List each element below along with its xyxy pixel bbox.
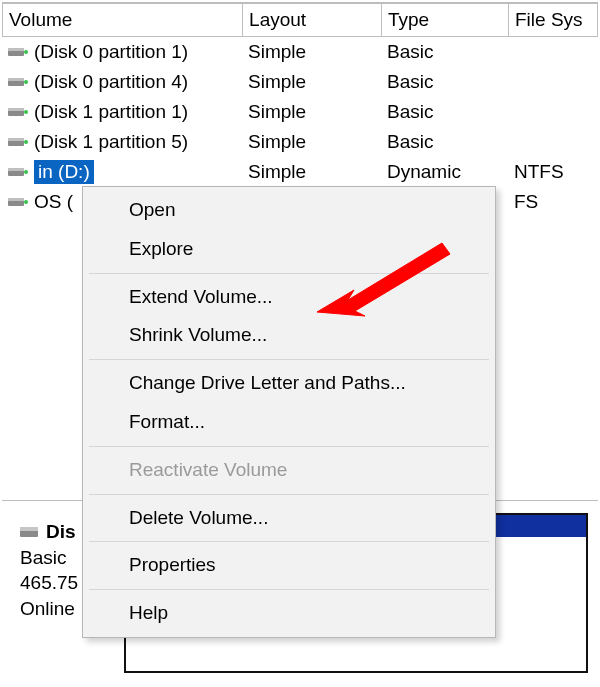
svg-rect-7 [8, 108, 24, 111]
svg-point-11 [24, 140, 28, 144]
volume-icon [8, 165, 28, 179]
svg-rect-13 [8, 168, 24, 171]
volume-name: (Disk 1 partition 5) [34, 131, 188, 153]
menu-reactivate-volume: Reactivate Volume [85, 451, 493, 490]
volume-icon [8, 75, 28, 89]
menu-delete-volume[interactable]: Delete Volume... [85, 499, 493, 538]
cell-type: Dynamic [381, 161, 508, 183]
cell-type: Basic [381, 101, 508, 123]
svg-point-8 [24, 110, 28, 114]
svg-rect-10 [8, 138, 24, 141]
table-row[interactable]: (Disk 1 partition 5) Simple Basic [2, 127, 598, 157]
cell-type: Basic [381, 41, 508, 63]
cell-fs: FS [508, 191, 598, 213]
menu-separator [89, 494, 489, 495]
disk-management-window: Volume Layout Type File Sys (Disk 0 part… [0, 0, 600, 687]
col-header-volume-label: Volume [9, 9, 72, 31]
col-header-volume[interactable]: Volume [2, 3, 242, 37]
col-header-layout-label: Layout [249, 9, 306, 31]
cell-type: Basic [381, 131, 508, 153]
svg-rect-16 [8, 198, 24, 201]
col-header-layout[interactable]: Layout [242, 3, 381, 37]
disk-name: Dis [46, 519, 76, 545]
volume-icon [8, 195, 28, 209]
svg-point-14 [24, 170, 28, 174]
cell-fs: NTFS [508, 161, 598, 183]
cell-layout: Simple [242, 131, 381, 153]
cell-layout: Simple [242, 161, 381, 183]
menu-shrink-volume[interactable]: Shrink Volume... [85, 316, 493, 355]
svg-rect-4 [8, 78, 24, 81]
table-row-selected[interactable]: in (D:) Simple Dynamic NTFS [2, 157, 598, 187]
volume-table-header: Volume Layout Type File Sys [2, 3, 598, 37]
menu-separator [89, 273, 489, 274]
menu-separator [89, 359, 489, 360]
menu-separator [89, 446, 489, 447]
volume-name: (Disk 0 partition 1) [34, 41, 188, 63]
col-header-type[interactable]: Type [381, 3, 508, 37]
menu-change-letter[interactable]: Change Drive Letter and Paths... [85, 364, 493, 403]
disk-icon [20, 525, 40, 539]
table-row[interactable]: (Disk 0 partition 4) Simple Basic [2, 67, 598, 97]
cell-type: Basic [381, 71, 508, 93]
volume-name: (Disk 0 partition 4) [34, 71, 188, 93]
svg-rect-1 [8, 48, 24, 51]
svg-rect-19 [20, 527, 38, 531]
svg-point-5 [24, 80, 28, 84]
menu-open[interactable]: Open [85, 191, 493, 230]
volume-name: (Disk 1 partition 1) [34, 101, 188, 123]
volume-context-menu: Open Explore Extend Volume... Shrink Vol… [82, 186, 496, 638]
menu-separator [89, 589, 489, 590]
cell-layout: Simple [242, 41, 381, 63]
menu-format[interactable]: Format... [85, 403, 493, 442]
svg-point-17 [24, 200, 28, 204]
svg-point-2 [24, 50, 28, 54]
menu-separator [89, 541, 489, 542]
cell-layout: Simple [242, 71, 381, 93]
volume-name-selected: in (D:) [34, 160, 94, 184]
volume-icon [8, 135, 28, 149]
volume-name: OS ( [34, 191, 73, 213]
volume-icon [8, 105, 28, 119]
menu-properties[interactable]: Properties [85, 546, 493, 585]
menu-extend-volume[interactable]: Extend Volume... [85, 278, 493, 317]
menu-help[interactable]: Help [85, 594, 493, 633]
volume-icon [8, 45, 28, 59]
table-row[interactable]: (Disk 0 partition 1) Simple Basic [2, 37, 598, 67]
col-header-filesystem[interactable]: File Sys [508, 3, 598, 37]
table-row[interactable]: (Disk 1 partition 1) Simple Basic [2, 97, 598, 127]
volume-table: Volume Layout Type File Sys (Disk 0 part… [2, 2, 598, 217]
cell-layout: Simple [242, 101, 381, 123]
col-header-type-label: Type [388, 9, 429, 31]
menu-explore[interactable]: Explore [85, 230, 493, 269]
col-header-filesystem-label: File Sys [515, 9, 583, 31]
